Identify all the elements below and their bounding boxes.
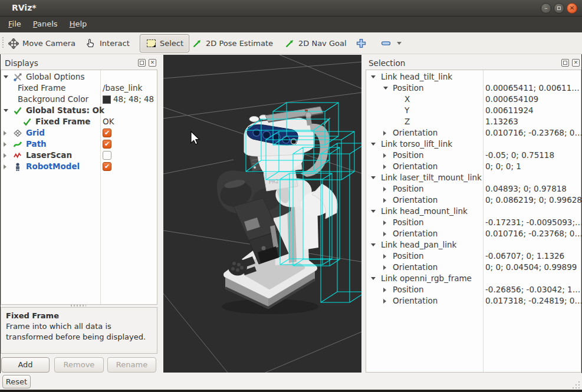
title-bar[interactable]: RViz* – ✕ bbox=[0, 0, 582, 17]
displays-undock-icon[interactable] bbox=[138, 59, 146, 67]
selection-value[interactable]: 0.017318; -0.24819; 0… bbox=[485, 295, 582, 307]
enabled-checkbox[interactable]: ✔ bbox=[103, 129, 111, 137]
3d-viewport[interactable]: PR2 bbox=[163, 55, 361, 373]
selection-value[interactable]: 0; 0; 0; 1 bbox=[485, 161, 521, 172]
selection-row-position[interactable]: Position-0.05; 0; 0.75118 bbox=[366, 150, 581, 161]
selection-row-link-head-pan-link[interactable]: Link head_pan_link bbox=[366, 239, 581, 251]
expand-arrow-icon[interactable] bbox=[4, 131, 6, 136]
displays-row-background-color[interactable]: Background Color48; 48; 48 bbox=[1, 94, 157, 105]
menu-item-help[interactable]: Help bbox=[64, 17, 93, 31]
selection-row-position[interactable]: Position-0.17231; -0.0095093;… bbox=[366, 217, 581, 228]
close-button[interactable]: ✕ bbox=[567, 3, 577, 14]
selection-value[interactable]: 1.13263 bbox=[485, 116, 518, 127]
selection-row-link-laser-tilt-mount-link[interactable]: Link laser_tilt_mount_link bbox=[366, 172, 581, 183]
selection-row-x[interactable]: X0.000654109 bbox=[366, 94, 581, 105]
expand-arrow-icon[interactable] bbox=[383, 288, 386, 292]
displays-splitter[interactable] bbox=[71, 305, 86, 307]
expand-arrow-icon[interactable] bbox=[383, 265, 386, 270]
expand-arrow-icon[interactable] bbox=[383, 153, 386, 158]
selection-value[interactable]: -0.26856; -0.03042; 1… bbox=[485, 284, 580, 295]
collapse-arrow-icon[interactable] bbox=[371, 277, 376, 280]
add-button[interactable]: Add bbox=[1, 357, 50, 373]
caret-down-icon[interactable] bbox=[397, 42, 402, 45]
displays-row-path[interactable]: Path✔ bbox=[1, 139, 157, 150]
collapse-arrow-icon[interactable] bbox=[4, 109, 8, 112]
selection-row-position[interactable]: Position0.00065411; 0.00611… bbox=[366, 83, 581, 94]
enabled-checkbox[interactable] bbox=[103, 151, 111, 160]
selection-undock-icon[interactable] bbox=[561, 59, 569, 67]
selection-value[interactable]: 0.010716; -0.23768; 0… bbox=[485, 127, 582, 139]
display-value[interactable]: OK bbox=[103, 116, 114, 127]
selection-row-link-torso-lift-link[interactable]: Link torso_lift_link bbox=[366, 139, 581, 150]
minimize-button[interactable]: – bbox=[541, 3, 551, 14]
selection-row-orientation[interactable]: Orientation0; 0.086219; 0; 0.99628 bbox=[366, 195, 581, 206]
toolbar-drag-handle[interactable] bbox=[2, 37, 4, 49]
selection-value[interactable]: -0.17231; -0.0095093;… bbox=[485, 217, 582, 228]
expand-arrow-icon[interactable] bbox=[383, 164, 386, 169]
selection-row-position[interactable]: Position0.04893; 0; 0.97818 bbox=[366, 183, 581, 195]
selection-row-orientation[interactable]: Orientation0; 0; 0; 1 bbox=[366, 161, 581, 172]
collapse-arrow-icon[interactable] bbox=[371, 143, 376, 146]
selection-row-link-openni-rgb-frame[interactable]: Link openni_rgb_frame bbox=[366, 273, 581, 284]
expand-arrow-icon[interactable] bbox=[4, 142, 6, 147]
expand-arrow-icon[interactable] bbox=[383, 254, 386, 259]
displays-row-fixed-frame[interactable]: Fixed Frame/base_link bbox=[1, 83, 157, 94]
selection-value[interactable]: 0.00611924 bbox=[485, 105, 534, 116]
expand-arrow-icon[interactable] bbox=[4, 153, 6, 158]
tool-add-tool-plus-icon[interactable] bbox=[356, 32, 366, 54]
expand-arrow-icon[interactable] bbox=[383, 131, 386, 136]
collapse-arrow-icon[interactable] bbox=[371, 75, 376, 78]
tool-2d-pose-estimate[interactable]: 2D Pose Estimate bbox=[192, 32, 273, 54]
selection-row-orientation[interactable]: Orientation0.010716; -0.23768; 0… bbox=[366, 228, 581, 239]
display-value[interactable]: /base_link bbox=[103, 83, 142, 94]
expand-arrow-icon[interactable] bbox=[383, 220, 386, 225]
display-value[interactable]: 48; 48; 48 bbox=[113, 94, 154, 105]
selection-row-position[interactable]: Position-0.26856; -0.03042; 1… bbox=[366, 284, 581, 295]
displays-close-icon[interactable] bbox=[149, 59, 156, 67]
collapse-arrow-icon[interactable] bbox=[371, 243, 376, 246]
collapse-arrow-icon[interactable] bbox=[4, 75, 8, 78]
resize-grip[interactable] bbox=[572, 381, 580, 389]
selection-value[interactable]: 0.000654109 bbox=[485, 94, 538, 105]
expand-arrow-icon[interactable] bbox=[383, 187, 386, 192]
selection-row-orientation[interactable]: Orientation0; 0; 0.04504; 0.99899 bbox=[366, 262, 581, 273]
selection-value[interactable]: -0.05; 0; 0.75118 bbox=[485, 150, 554, 161]
expand-arrow-icon[interactable] bbox=[383, 299, 386, 304]
displays-row-global-options[interactable]: Global Options bbox=[1, 71, 157, 83]
menu-item-file[interactable]: File bbox=[2, 17, 27, 31]
selection-row-z[interactable]: Z1.13263 bbox=[366, 116, 581, 127]
rename-button[interactable]: Rename bbox=[107, 357, 156, 373]
selection-row-link-head-mount-link[interactable]: Link head_mount_link bbox=[366, 206, 581, 217]
selection-row-orientation[interactable]: Orientation0.010716; -0.23768; 0… bbox=[366, 127, 581, 139]
enabled-checkbox[interactable]: ✔ bbox=[103, 162, 111, 171]
selection-value[interactable]: 0.04893; 0; 0.97818 bbox=[485, 183, 567, 195]
maximize-button[interactable] bbox=[554, 3, 564, 14]
expand-arrow-icon[interactable] bbox=[383, 198, 386, 203]
tool-2d-nav-goal[interactable]: 2D Nav Goal bbox=[284, 32, 347, 54]
selection-close-icon[interactable] bbox=[572, 59, 580, 67]
selection-value[interactable]: 0; 0.086219; 0; 0.99628 bbox=[485, 195, 582, 206]
enabled-checkbox[interactable]: ✔ bbox=[103, 140, 111, 149]
collapse-arrow-icon[interactable] bbox=[371, 176, 376, 179]
displays-row-laserscan[interactable]: LaserScan bbox=[1, 150, 157, 161]
tool-move-camera[interactable]: Move Camera bbox=[8, 32, 75, 54]
selection-value[interactable]: 0; 0; 0.04504; 0.99899 bbox=[485, 262, 577, 273]
tool-select[interactable]: Select bbox=[140, 34, 189, 52]
remove-button[interactable]: Remove bbox=[54, 357, 104, 373]
selection-row-link-head-tilt-link[interactable]: Link head_tilt_link bbox=[366, 71, 581, 83]
selection-value[interactable]: 0.00065411; 0.00611… bbox=[485, 83, 580, 94]
expand-arrow-icon[interactable] bbox=[4, 164, 6, 169]
selection-row-position[interactable]: Position-0.06707; 0; 1.1326 bbox=[366, 251, 581, 262]
reset-button[interactable]: Reset bbox=[2, 375, 31, 388]
menu-item-panels[interactable]: Panels bbox=[27, 17, 64, 31]
selection-row-y[interactable]: Y0.00611924 bbox=[366, 105, 581, 116]
collapse-arrow-icon[interactable] bbox=[371, 210, 376, 213]
tool-remove-tool-minus-icon[interactable] bbox=[380, 32, 402, 54]
selection-value[interactable]: -0.06707; 0; 1.1326 bbox=[485, 251, 564, 262]
selection-value[interactable]: 0.010716; -0.23768; 0… bbox=[485, 228, 582, 239]
displays-row-fixed-frame[interactable]: Fixed FrameOK bbox=[1, 116, 157, 127]
expand-arrow-icon[interactable] bbox=[383, 232, 386, 236]
displays-row-global-status-ok[interactable]: Global Status: Ok bbox=[1, 105, 157, 116]
collapse-arrow-icon[interactable] bbox=[383, 87, 388, 90]
displays-row-grid[interactable]: Grid✔ bbox=[1, 127, 157, 139]
